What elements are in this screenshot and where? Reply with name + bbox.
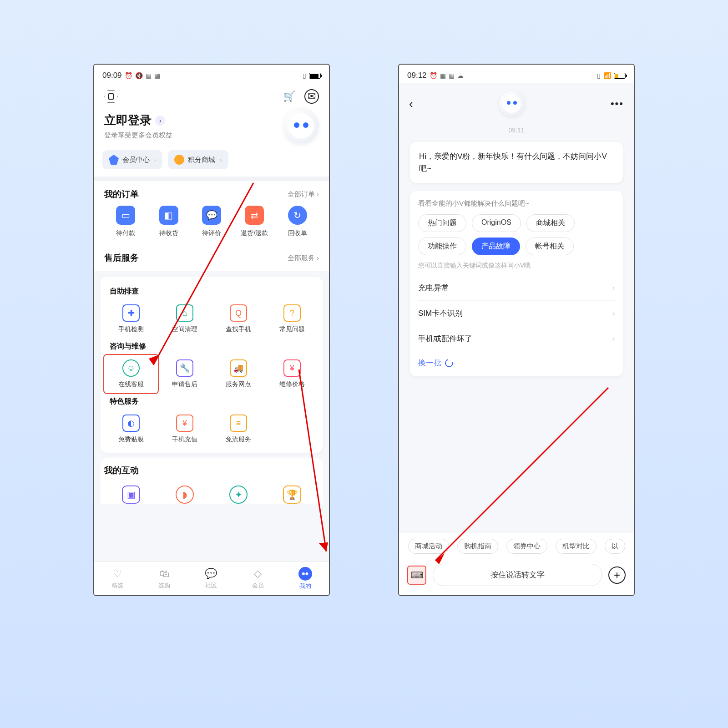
order-pending-review[interactable]: 💬待评价 bbox=[190, 206, 233, 238]
tag-帐号相关[interactable]: 帐号相关 bbox=[526, 238, 574, 255]
orders-more[interactable]: 全部订单 › bbox=[288, 190, 319, 199]
chat-footer: 商城活动购机指南领券中心机型对比以 ⌨ 按住说话转文字 + bbox=[399, 533, 634, 595]
chip-row: 会员中心› 积分商城› bbox=[94, 150, 329, 177]
greeting-bubble: Hi，亲爱的V粉，新年快乐！有什么问题，不妨问问小V吧~ bbox=[410, 142, 623, 183]
status-badge-icon: ▦ bbox=[440, 72, 446, 79]
battery-icon bbox=[614, 73, 626, 79]
diamond-icon bbox=[109, 155, 119, 165]
qa-item[interactable]: 手机或配件坏了› bbox=[418, 326, 615, 351]
aftersale-title: 售后服务 bbox=[104, 252, 139, 264]
service-center[interactable]: 🚚服务网点 bbox=[212, 354, 265, 394]
status-bar: 09:12 ⏰ ▦ ▦ ☁ ▯ 📶 bbox=[399, 65, 634, 83]
quick-以[interactable]: 以 bbox=[605, 539, 625, 554]
back-icon[interactable]: ‹ bbox=[409, 97, 413, 111]
storage-clean[interactable]: ⌂空间清理 bbox=[158, 299, 212, 339]
quick-row: 商城活动购机指南领券中心机型对比以 bbox=[399, 533, 634, 559]
chevron-right-icon: › bbox=[612, 284, 615, 292]
sim-icon: ▯ bbox=[597, 72, 601, 79]
intr-icon-4[interactable]: 🏆 bbox=[283, 485, 301, 504]
aftersale-more[interactable]: 全部服务 › bbox=[288, 254, 319, 263]
orders-section: 我的订单 全部订单 › ▭待付款 ◧待收货 💬待评价 ⇄退货/退款 ↻回收单 bbox=[94, 181, 329, 245]
nav-shop[interactable]: 🛍选购 bbox=[158, 567, 171, 590]
order-pending-pay[interactable]: ▭待付款 bbox=[104, 206, 147, 238]
nav-member[interactable]: ◇会员 bbox=[252, 567, 264, 590]
quick-领券中心[interactable]: 领券中心 bbox=[506, 539, 547, 554]
qa-item[interactable]: SIM卡不识别› bbox=[418, 300, 615, 326]
intr-icon-3[interactable]: ✦ bbox=[229, 485, 248, 504]
sim-icon: ▯ bbox=[303, 72, 306, 79]
chat-header: ‹ ••• bbox=[399, 83, 634, 120]
top-bar: 🛒 ✉ bbox=[94, 83, 329, 106]
chevron-right-icon: › bbox=[612, 309, 615, 318]
bottom-nav: ♡精选 🛍选购 💬社区 ◇会员 ••我的 bbox=[94, 561, 329, 595]
settings-icon[interactable] bbox=[104, 90, 118, 103]
cart-icon[interactable]: 🛒 bbox=[282, 89, 296, 104]
refresh-icon bbox=[444, 358, 455, 369]
wifi-icon: 📶 bbox=[603, 72, 611, 79]
tag-功能操作[interactable]: 功能操作 bbox=[418, 238, 466, 255]
more-icon[interactable]: ••• bbox=[611, 98, 624, 110]
consult-title: 咨询与维修 bbox=[104, 339, 319, 354]
heart-icon: ♡ bbox=[111, 567, 124, 580]
aftersale-head: 售后服务 全部服务 › bbox=[94, 245, 329, 271]
status-alarm-icon: ⏰ bbox=[125, 72, 132, 79]
recharge[interactable]: ¥手机充值 bbox=[158, 409, 212, 449]
status-badge2-icon: ▦ bbox=[154, 72, 160, 79]
tag-商城相关[interactable]: 商城相关 bbox=[526, 214, 575, 232]
voice-input[interactable]: 按住说话转文字 bbox=[433, 564, 602, 586]
quick-机型对比[interactable]: 机型对比 bbox=[556, 539, 597, 554]
dots-icon: •• bbox=[298, 567, 312, 581]
repair-price[interactable]: ¥维修价格 bbox=[265, 354, 319, 394]
tag-产品故障[interactable]: 产品故障 bbox=[472, 238, 520, 255]
status-mute-icon: 🔇 bbox=[135, 72, 143, 79]
order-pending-ship[interactable]: ◧待收货 bbox=[147, 206, 190, 238]
member-center-chip[interactable]: 会员中心› bbox=[102, 150, 162, 169]
nav-community[interactable]: 💬社区 bbox=[205, 567, 217, 590]
free-film[interactable]: ◐免费贴膜 bbox=[104, 409, 158, 449]
suggestion-card: 看看全能的小V都能解决什么问题吧~ 热门问题OriginOS商城相关功能操作产品… bbox=[410, 191, 623, 376]
quick-购机指南[interactable]: 购机指南 bbox=[457, 539, 498, 554]
plus-button[interactable]: + bbox=[608, 566, 626, 584]
order-refund[interactable]: ⇄退货/退款 bbox=[233, 206, 276, 238]
login-title: 立即登录 bbox=[104, 112, 152, 128]
online-service[interactable]: ☺在线客服 bbox=[104, 355, 158, 393]
keyboard-button[interactable]: ⌨ bbox=[407, 566, 426, 585]
faq[interactable]: ?常见问题 bbox=[265, 299, 319, 339]
orders-title: 我的订单 bbox=[104, 188, 139, 200]
quick-商城活动[interactable]: 商城活动 bbox=[408, 539, 449, 554]
left-phone: 09:09 ⏰ 🔇 ▦ ▦ ▯ 🛒 ✉ 立即登录 › 登录享受更多会员权益 bbox=[93, 64, 330, 596]
avatar[interactable] bbox=[283, 108, 319, 144]
tag-热门问题[interactable]: 热门问题 bbox=[418, 214, 466, 232]
divider bbox=[94, 177, 329, 181]
login-block[interactable]: 立即登录 › 登录享受更多会员权益 bbox=[94, 106, 329, 150]
svg-marker-3 bbox=[319, 542, 328, 551]
intr-icon-1[interactable]: ▣ bbox=[122, 485, 140, 504]
free-data[interactable]: ≡免流服务 bbox=[212, 409, 265, 449]
login-sub: 登录享受更多会员权益 bbox=[104, 131, 172, 140]
qa-item[interactable]: 充电异常› bbox=[418, 275, 615, 300]
aftersale-card: 自助排查 ✚手机检测 ⌂空间清理 Q查找手机 ?常见问题 咨询与维修 ☺在线客服… bbox=[101, 277, 323, 453]
tag-OriginOS[interactable]: OriginOS bbox=[472, 214, 521, 232]
status-cloud-icon: ☁ bbox=[457, 72, 464, 79]
refresh-button[interactable]: 换一批 bbox=[418, 351, 615, 368]
interaction-title: 我的互动 bbox=[104, 465, 139, 476]
messages-icon[interactable]: ✉ bbox=[304, 89, 319, 104]
right-phone: 09:12 ⏰ ▦ ▦ ☁ ▯ 📶 ‹ ••• 09:11 Hi，亲爱的V粉，新… bbox=[398, 64, 635, 596]
status-bar: 09:09 ⏰ 🔇 ▦ ▦ ▯ bbox=[94, 65, 329, 83]
card-title: 看看全能的小V都能解决什么问题吧~ bbox=[418, 199, 615, 208]
points-mall-chip[interactable]: 积分商城› bbox=[168, 150, 228, 169]
self-help-title: 自助排查 bbox=[104, 284, 319, 299]
status-time: 09:09 bbox=[102, 71, 122, 80]
interaction-card: 我的互动 ▣ ◗ ✦ 🏆 bbox=[101, 458, 323, 504]
status-alarm-icon: ⏰ bbox=[430, 72, 437, 79]
star-icon bbox=[174, 155, 184, 165]
nav-featured[interactable]: ♡精选 bbox=[111, 567, 124, 590]
order-recycle[interactable]: ↻回收单 bbox=[276, 206, 319, 238]
nav-mine[interactable]: ••我的 bbox=[298, 567, 312, 590]
tag-row: 热门问题OriginOS商城相关功能操作产品故障帐号相关 bbox=[418, 214, 615, 255]
phone-check[interactable]: ✚手机检测 bbox=[104, 299, 158, 339]
find-phone[interactable]: Q查找手机 bbox=[212, 299, 265, 339]
bot-avatar[interactable] bbox=[499, 91, 525, 116]
intr-icon-2[interactable]: ◗ bbox=[176, 485, 194, 504]
apply-aftersale[interactable]: 🔧申请售后 bbox=[158, 354, 212, 394]
